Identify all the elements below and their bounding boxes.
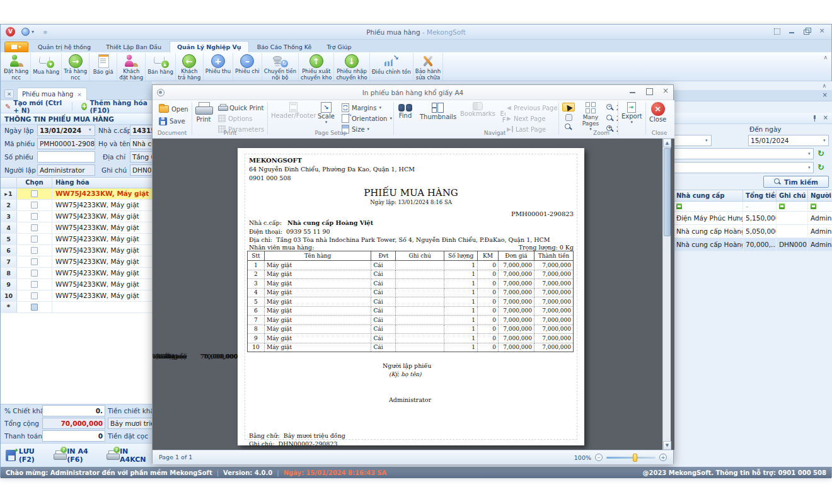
user-cell[interactable]: Administrator <box>808 225 832 238</box>
ribbon-tab[interactable]: Thiết Lập Ban Đầu <box>99 41 168 52</box>
export-button[interactable]: Export▾ <box>621 102 642 125</box>
note-cell[interactable] <box>777 225 808 238</box>
item-column-header[interactable]: Hàng hóa <box>52 178 152 188</box>
col-nha-cung-cap[interactable]: Nhà cung cấp <box>674 190 743 201</box>
chevron-down-icon[interactable]: ▾ <box>705 138 708 143</box>
ribbon-button[interactable]: Khách trả hàng <box>176 53 204 81</box>
tab-close-icon[interactable]: × <box>77 91 82 98</box>
zoom-slider-track[interactable] <box>606 457 656 459</box>
print-a4-button[interactable]: ? IN A4 (F6) <box>54 447 101 464</box>
item-cell[interactable]: WW75J4233KW, Máy giặt <box>52 222 152 233</box>
new-record-button[interactable]: Tạo mới (Ctrl + N) <box>13 99 66 114</box>
search-button[interactable]: Tìm kiếm <box>763 176 829 188</box>
find-button[interactable]: Find <box>398 102 412 119</box>
ribbon-button[interactable]: Phiếu thu <box>204 53 233 81</box>
item-cell[interactable]: WW75J4233KW, Máy giặt <box>52 234 152 244</box>
ribbon-button[interactable]: Bảo hành sửa chữa <box>413 53 443 81</box>
ribbon-button[interactable]: Khách đặt hàng <box>117 53 146 81</box>
scrollbar-thumb[interactable] <box>664 148 671 236</box>
row-select-cell[interactable] <box>17 222 52 233</box>
scroll-down-icon[interactable]: ▼ <box>663 441 671 450</box>
col-ghi-chu[interactable]: Ghi chú <box>777 190 808 201</box>
margins-button[interactable]: Margins▾ <box>342 103 381 112</box>
quick-print-button[interactable]: Quick Print <box>218 103 263 112</box>
app-menu-button[interactable]: ▾ <box>4 42 28 52</box>
table-row[interactable]: 6 WW75J4233KW, Máy giặt <box>1 245 152 256</box>
scroll-up-icon[interactable]: ▲ <box>663 139 671 147</box>
ribbon-tab[interactable]: Báo Cáo Thống Kê <box>250 41 319 52</box>
filter-icon[interactable] <box>779 203 785 209</box>
tab-phieu-mua-hang[interactable]: Phiếu mua hàng × <box>17 88 87 100</box>
table-row[interactable]: 3 WW75J4233KW, Máy giặt <box>1 211 152 222</box>
table-row[interactable]: 1 WW75J4233KW, Máy giặt <box>1 188 152 200</box>
thanh-toan-field[interactable]: 0 <box>42 430 105 442</box>
filter-icon[interactable] <box>676 203 682 209</box>
print-button[interactable]: Print <box>195 102 212 123</box>
ho-ten-field[interactable]: Nhà cung cấp Hoàng Việt <box>130 138 152 149</box>
note-cell[interactable]: DHN000... <box>777 238 808 251</box>
checkbox[interactable] <box>31 270 38 277</box>
print-a4kcn-button[interactable]: ? IN A4KCN <box>107 447 152 464</box>
close-icon[interactable]: × <box>662 88 669 95</box>
col-nguoi-lap[interactable]: Người lập <box>808 190 832 201</box>
row-select-cell[interactable] <box>17 200 52 210</box>
checkbox[interactable] <box>31 190 38 197</box>
ribbon-tab[interactable]: Quản Lý Nghiệp Vụ <box>170 41 249 52</box>
zoom-slider-thumb[interactable] <box>633 454 637 462</box>
item-cell[interactable]: WW75J4233KW, Máy giặt <box>52 245 152 256</box>
checkbox[interactable] <box>31 202 38 209</box>
close-icon[interactable]: × <box>818 27 826 35</box>
select-column-header[interactable]: Chọn <box>17 178 52 188</box>
new-row-select-cell[interactable] <box>17 302 52 312</box>
total-cell[interactable]: 70,000,... <box>743 238 777 251</box>
zoom-in-icon[interactable]: + <box>659 454 667 461</box>
many-pages-button[interactable]: Many Pages▾ <box>577 102 604 132</box>
preview-scrollbar[interactable]: ▲ ▼ <box>662 139 671 450</box>
table-row[interactable]: 8 WW75J4233KW, Máy giặt <box>1 268 152 279</box>
ribbon-button[interactable]: Phiếu nhập chuyển kho <box>334 53 369 81</box>
ribbon-button[interactable]: Mua hàng <box>31 53 62 81</box>
row-select-cell[interactable] <box>17 211 52 222</box>
note-cell[interactable] <box>777 212 808 224</box>
ribbon-button[interactable]: Báo giá <box>90 53 117 81</box>
checkbox[interactable] <box>31 281 38 288</box>
ribbon-button[interactable]: Phiếu xuất chuyển kho <box>299 53 334 81</box>
restore-icon[interactable] <box>802 27 811 35</box>
add-item-button[interactable]: Thêm hàng hóa (F10) <box>90 99 152 114</box>
new-item-cell[interactable] <box>52 302 152 312</box>
ribbon-button[interactable]: Điều chỉnh tồn <box>370 53 413 81</box>
row-select-cell[interactable] <box>17 279 52 290</box>
row-select-cell[interactable] <box>17 234 52 244</box>
dia-chi-field[interactable]: Tầng 03 Tòa nhà Indochina Park Tower <box>130 151 152 163</box>
table-row[interactable]: 4 WW75J4233KW, Máy giặt <box>1 222 152 234</box>
ribbon-collapse-icon[interactable]: ∧ <box>823 54 828 60</box>
item-cell[interactable]: WW75J4233KW, Máy giặt <box>52 188 152 199</box>
thumbnails-button[interactable]: Thumbnails <box>420 102 456 120</box>
refresh-icon[interactable]: ↻ <box>818 163 827 172</box>
orientation-button[interactable]: Orientation▾ <box>342 114 392 123</box>
supplier-cell[interactable]: Điện Máy Phúc Hưng <box>674 212 743 224</box>
ribbon-button[interactable]: Đặt hàng ncc <box>2 53 31 81</box>
open-button[interactable]: Open <box>159 105 188 113</box>
ma-phieu-field[interactable]: PMH00001-290823 <box>37 138 95 149</box>
table-row[interactable]: 9 WW75J4233KW, Máy giặt <box>1 279 152 290</box>
table-row[interactable]: Nhà cung cấp Hoàng ... 70,000,... DHN000… <box>674 238 832 251</box>
so-phieu-field[interactable] <box>37 151 95 163</box>
ngay-lap-field[interactable]: 13/01/2024 <box>37 125 95 136</box>
checkbox[interactable] <box>31 236 38 243</box>
save-button[interactable]: Save <box>159 117 185 125</box>
nha-ccap-field[interactable]: 14315, Nhà cung cấp Hoàng Việt <box>130 125 152 136</box>
refresh-icon[interactable]: ↻ <box>818 149 827 158</box>
total-cell[interactable]: 5,150,000 <box>743 212 777 224</box>
row-select-cell[interactable] <box>17 290 52 301</box>
total-cell[interactable]: 5,050,000 <box>743 225 777 238</box>
new-row[interactable]: * <box>1 302 152 313</box>
zoom-out-icon[interactable]: – <box>595 454 603 461</box>
table-row[interactable]: 2 WW75J4233KW, Máy giặt <box>1 200 152 211</box>
table-row[interactable]: Điện Máy Phúc Hưng 5,150,000 Administrat… <box>674 212 832 225</box>
col-tong-tien[interactable]: Tổng tiền <box>743 190 777 201</box>
maximize-icon[interactable] <box>645 88 653 95</box>
row-select-cell[interactable] <box>17 256 52 267</box>
minimize-icon[interactable] <box>787 27 796 35</box>
ribbon-button[interactable]: Bán hàng <box>146 53 176 81</box>
